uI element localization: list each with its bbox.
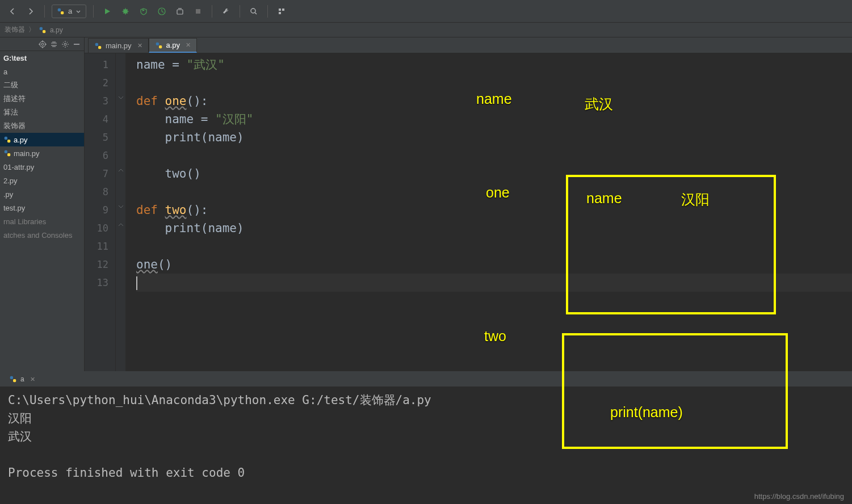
python-icon: [9, 375, 17, 383]
svg-rect-7: [279, 9, 281, 11]
console-output[interactable]: C:\Users\python_hui\Anaconda3\python.exe…: [0, 387, 852, 504]
svg-rect-15: [5, 137, 7, 140]
svg-rect-9: [279, 12, 281, 14]
run-panel: a ✕ C:\Users\python_hui\Anaconda3\python…: [0, 371, 852, 504]
main-toolbar: a: [0, 0, 852, 23]
tree-libraries[interactable]: rnal Libraries: [0, 215, 84, 228]
tree-folder[interactable]: a: [0, 65, 84, 78]
svg-rect-21: [156, 42, 158, 45]
svg-rect-20: [98, 46, 101, 49]
svg-rect-11: [43, 30, 45, 33]
svg-rect-0: [58, 8, 61, 11]
fold-gutter: [116, 53, 126, 371]
svg-rect-1: [61, 11, 64, 14]
stop-icon[interactable]: [191, 5, 205, 18]
breadcrumb-item[interactable]: 装饰器: [5, 25, 25, 35]
python-icon: [94, 42, 102, 50]
gear-icon[interactable]: [60, 39, 70, 49]
run-icon[interactable]: [100, 5, 114, 18]
attach-icon[interactable]: [173, 5, 187, 18]
search-icon[interactable]: [247, 5, 261, 18]
debug-icon[interactable]: [119, 5, 132, 18]
python-icon: [39, 26, 47, 34]
tree-file[interactable]: test.py: [0, 201, 84, 215]
minimize-icon[interactable]: [72, 39, 82, 49]
tree-folder[interactable]: 装饰器: [0, 119, 84, 133]
breadcrumb-item[interactable]: a.py: [50, 26, 63, 34]
expand-all-icon[interactable]: [49, 39, 59, 49]
breadcrumb-separator: 〉: [28, 25, 35, 35]
profile-icon[interactable]: [155, 5, 169, 18]
tree-file[interactable]: 2.py: [0, 174, 84, 187]
svg-rect-19: [95, 43, 98, 45]
svg-point-13: [41, 43, 44, 45]
editor-tab-active[interactable]: a.py ✕: [149, 38, 198, 53]
tree-file[interactable]: .py: [0, 187, 84, 201]
run-config-label: a: [68, 7, 72, 15]
svg-point-6: [251, 9, 255, 13]
svg-rect-17: [5, 150, 7, 153]
svg-rect-22: [159, 45, 162, 48]
svg-point-14: [64, 43, 66, 45]
tree-file[interactable]: 01-attr.py: [0, 160, 84, 174]
project-panel: G:\test a 二级 描述符 算法 装饰器 a.py main.py 01-…: [0, 37, 85, 371]
svg-rect-8: [282, 9, 284, 11]
svg-rect-23: [10, 376, 13, 379]
run-tab[interactable]: a ✕: [3, 372, 41, 386]
svg-rect-4: [177, 10, 183, 14]
editor-area: main.py ✕ a.py ✕ 12345678910111213 name …: [85, 37, 852, 371]
tree-root[interactable]: G:\test: [0, 51, 84, 65]
tree-file[interactable]: main.py: [0, 146, 84, 160]
tree-scratches[interactable]: atches and Consoles: [0, 228, 84, 242]
wrench-icon[interactable]: [219, 5, 233, 18]
back-icon[interactable]: [6, 5, 19, 18]
editor-tab[interactable]: main.py ✕: [88, 38, 149, 53]
project-tree[interactable]: G:\test a 二级 描述符 算法 装饰器 a.py main.py 01-…: [0, 51, 84, 371]
python-icon: [3, 149, 11, 157]
coverage-icon[interactable]: [137, 5, 150, 18]
target-icon[interactable]: [37, 39, 48, 49]
breadcrumb: 装饰器 〉 a.py: [0, 23, 852, 37]
chevron-down-icon: [75, 9, 81, 14]
close-icon[interactable]: ✕: [30, 376, 35, 383]
tree-folder[interactable]: 二级: [0, 78, 84, 92]
forward-icon[interactable]: [24, 5, 37, 18]
svg-rect-24: [13, 379, 16, 382]
svg-rect-16: [7, 140, 10, 142]
watermark: https://blog.csdn.net/ifubing: [754, 492, 844, 501]
svg-rect-5: [196, 9, 200, 14]
tree-folder[interactable]: 描述符: [0, 92, 84, 106]
close-icon[interactable]: ✕: [186, 41, 191, 49]
svg-rect-10: [40, 27, 43, 30]
python-icon: [3, 136, 11, 144]
structure-icon[interactable]: [275, 5, 288, 18]
code-editor[interactable]: name = "武汉"def one(): name = "汉阳" print(…: [126, 53, 852, 371]
editor-tabs: main.py ✕ a.py ✕: [85, 37, 852, 53]
run-config-selector[interactable]: a: [52, 5, 86, 18]
tree-folder[interactable]: 算法: [0, 106, 84, 119]
line-number-gutter: 12345678910111213: [85, 53, 116, 371]
tree-file-selected[interactable]: a.py: [0, 133, 84, 146]
close-icon[interactable]: ✕: [137, 42, 142, 49]
run-tabs: a ✕: [0, 372, 852, 387]
editor-body[interactable]: 12345678910111213 name = "武汉"def one(): …: [85, 53, 852, 371]
project-panel-toolbar: [0, 37, 84, 51]
svg-rect-18: [7, 153, 10, 156]
python-icon: [57, 7, 65, 15]
svg-point-12: [40, 41, 45, 47]
python-icon: [155, 41, 163, 49]
